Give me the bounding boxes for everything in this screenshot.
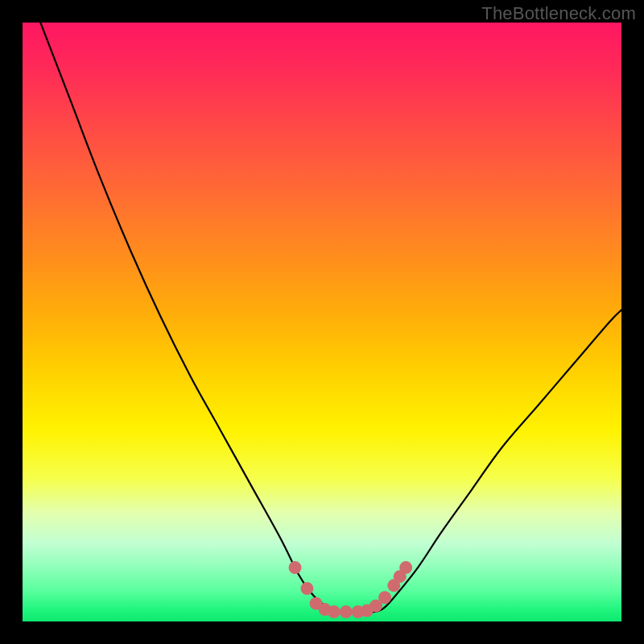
highlight-dot [300, 582, 313, 595]
curve-line [40, 23, 621, 613]
plot-area [23, 23, 621, 621]
watermark-text: TheBottleneck.com [481, 3, 636, 24]
chart-svg [23, 23, 621, 621]
chart-container: TheBottleneck.com [0, 0, 644, 644]
highlight-dot [340, 605, 353, 618]
highlight-dot [289, 561, 302, 574]
highlight-dot [328, 605, 341, 618]
highlight-dot [399, 561, 412, 574]
highlight-dot [378, 591, 391, 604]
highlight-dots-group [289, 561, 413, 618]
